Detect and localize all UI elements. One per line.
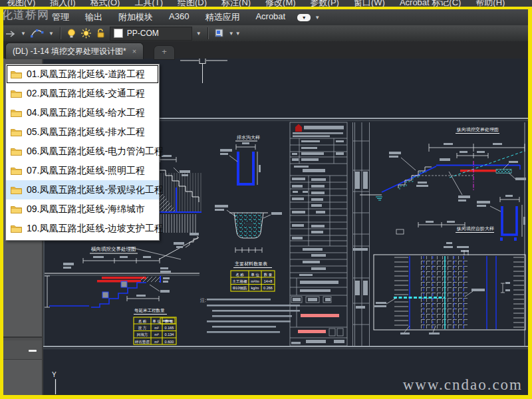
toolbar-separator — [60, 27, 61, 39]
layer-unlock-icon[interactable] — [96, 28, 106, 39]
stamp-bar — [298, 330, 326, 333]
menu-bar: 视图(V) 插入(I) 格式(O) 工具(T) 绘图(D) 标注(N) 修改(M… — [0, 0, 532, 7]
folder-list-panel: 01.凤凰五路北延线-道路工程 02.凤凰五路北延线-交通工程 04.凤凰五路北… — [5, 64, 160, 241]
svg-text:Φ10钢筋: Φ10钢筋 — [233, 286, 247, 291]
leader-tool-caret-icon[interactable]: ▼ — [21, 31, 26, 37]
menu-item-tools[interactable]: 工具(T) — [134, 0, 163, 7]
ribbon-tab-addins[interactable]: 附加模块 — [118, 11, 153, 23]
folder-item-08[interactable]: 08.凤凰五路北延线-景观绿化工程 — [6, 180, 159, 200]
svg-text:0.266: 0.266 — [263, 286, 273, 290]
svg-text:m³: m³ — [154, 332, 159, 336]
ucs-icon: Y — [52, 371, 57, 394]
layer-selector[interactable]: PP-COM — [110, 27, 192, 41]
file-tab-active[interactable]: (DL) -1-14 填挖交界处理设计图* × — [5, 43, 144, 59]
svg-text:每延米工程数量: 每延米工程数量 — [134, 308, 165, 313]
menu-item-dimension[interactable]: 标注(N) — [221, 0, 251, 7]
collapse-panel-chevrons-icon[interactable]: ▼ — [229, 31, 234, 37]
ribbon-tab-output[interactable]: 输出 — [85, 11, 102, 23]
file-tab-bar: (DL) -1-14 填挖交界处理设计图* × + — [3, 41, 528, 59]
menu-item-format[interactable]: 格式(O) — [90, 0, 120, 7]
benching-detail — [159, 155, 201, 273]
file-tab-close-icon[interactable]: × — [132, 47, 136, 55]
layer-properties-icon[interactable] — [214, 28, 225, 39]
folder-item-label: 07.凤凰五路北延线-照明工程 — [27, 165, 145, 177]
ribbon-tab-a360[interactable]: A360 — [169, 11, 189, 23]
svg-text:单 位: 单 位 — [251, 273, 259, 277]
svg-text:m³: m³ — [154, 340, 159, 344]
folder-icon — [11, 224, 22, 233]
leader-arrow-tool-icon[interactable] — [5, 29, 17, 38]
ribbon-tab-featured[interactable]: 精选应用 — [205, 11, 239, 23]
crosshair-cursor — [180, 59, 227, 83]
svg-text:kg/m: kg/m — [251, 286, 259, 290]
palette-titlebar — [3, 340, 42, 360]
svg-text:0.165: 0.165 — [165, 326, 174, 330]
menu-item-help[interactable]: 帮助(H) — [475, 0, 505, 7]
svg-text:数 量: 数 量 — [165, 319, 174, 323]
folder-item-01[interactable]: 01.凤凰五路北延线-道路工程 — [6, 65, 159, 84]
svg-text:0.600: 0.600 — [165, 340, 174, 344]
folder-icon — [11, 147, 22, 156]
materials-table: 主要材料数量表 名 称 单 位 数 量 土工格栅 m²/m 14×8 Φ10钢筋… — [231, 261, 275, 291]
geogrid-plan-view — [374, 237, 525, 334]
folder-item-09[interactable]: 09.凤凰五路北延线-海绵城市 — [6, 200, 159, 219]
menu-item-window[interactable]: 窗口(W) — [354, 0, 385, 7]
toolbar: ▼ ▼ PP-COM ▼ ▼ ▼ — [3, 25, 528, 41]
folder-item-05[interactable]: 05.凤凰五路北延线-排水工程 — [6, 122, 159, 142]
company-logo — [295, 124, 302, 132]
folder-item-label: 06.凤凰五路北延线-电力管沟工程 — [27, 146, 164, 158]
toolbar-separator — [207, 27, 208, 39]
folder-item-07[interactable]: 07.凤凰五路北延线-照明工程 — [6, 161, 159, 180]
sheet-divider-column — [353, 122, 370, 346]
folder-icon — [11, 128, 22, 136]
layer-color-swatch — [114, 29, 123, 38]
ribbon-collapse-button[interactable]: ▼ — [297, 14, 311, 21]
menu-item-parametric[interactable]: 参数(P) — [311, 0, 339, 7]
svg-text:横向填挖交界处理图: 横向填挖交界处理图 — [91, 246, 136, 252]
palette-minimize-button[interactable] — [29, 350, 37, 352]
file-tab-title: (DL) -1-14 填挖交界处理设计图* — [13, 46, 126, 57]
ribbon-tab-acrobat[interactable]: Acrobat — [255, 11, 285, 23]
svg-text:名 称: 名 称 — [235, 273, 244, 277]
svg-text:名 称: 名 称 — [138, 319, 147, 323]
ribbon-tab-bar: 管理 输出 附加模块 A360 精选应用 Acrobat ▼ ▼ — [3, 9, 528, 25]
ribbon-tab-manage[interactable]: 管理 — [52, 11, 69, 23]
menu-item-acrobat[interactable]: Acrobat 标记(C) — [400, 0, 461, 7]
watermark-top: 化道桥网 — [1, 7, 49, 23]
title-block — [290, 122, 347, 346]
svg-text:Y: Y — [52, 371, 57, 378]
menu-item-view[interactable]: 视图(V) — [7, 0, 35, 7]
svg-text:单 位: 单 位 — [152, 319, 161, 323]
menu-item-draw[interactable]: 绘图(D) — [178, 0, 207, 7]
menu-item-insert[interactable]: 插入(I) — [50, 0, 75, 7]
watermark-bottom: www.cndao.com — [403, 376, 523, 394]
layer-freeze-sun-icon[interactable] — [80, 28, 92, 39]
folder-item-label: 10.凤凰五路北延线-边坡支护工程 — [27, 223, 164, 235]
plan-title: 纵向填挖台阶大样 — [457, 226, 494, 231]
folder-icon — [11, 70, 22, 78]
ribbon-collapse-caret-icon[interactable]: ▼ — [315, 15, 320, 21]
folder-item-label: 05.凤凰五路北延线-排水工程 — [27, 126, 145, 138]
folder-icon — [11, 205, 22, 213]
layer-on-bulb-icon[interactable] — [66, 28, 76, 39]
drain-channel-detail: 排水沟大样 — [220, 135, 261, 185]
svg-text:回填方: 回填方 — [137, 332, 148, 337]
folder-item-04[interactable]: 04.凤凰五路北延线-给水工程 — [6, 103, 159, 122]
new-tab-button[interactable]: + — [154, 45, 175, 60]
layer-selector-caret-icon[interactable]: ▼ — [196, 31, 201, 37]
folder-item-label: 01.凤凰五路北延线-道路工程 — [27, 68, 145, 80]
folder-icon — [11, 186, 22, 194]
menu-item-modify[interactable]: 修改(M) — [265, 0, 296, 7]
folder-icon — [11, 89, 22, 98]
notes-block: 注: — [200, 297, 300, 333]
spline-tool-icon[interactable] — [30, 28, 45, 39]
autocad-window: 视图(V) 插入(I) 格式(O) 工具(T) 绘图(D) 标注(N) 修改(M… — [0, 0, 532, 399]
collapse-panel-chevrons2-icon[interactable]: ▼ — [235, 31, 241, 37]
folder-icon — [11, 166, 22, 175]
folder-item-06[interactable]: 06.凤凰五路北延线-电力管沟工程 — [6, 142, 159, 161]
spline-tool-caret-icon[interactable]: ▼ — [49, 31, 54, 37]
folder-item-10[interactable]: 10.凤凰五路北延线-边坡支护工程 — [6, 219, 159, 238]
folder-item-label: 04.凤凰五路北延线-给水工程 — [27, 107, 145, 119]
folder-item-label: 02.凤凰五路北延线-交通工程 — [27, 88, 145, 100]
folder-item-02[interactable]: 02.凤凰五路北延线-交通工程 — [6, 84, 159, 103]
